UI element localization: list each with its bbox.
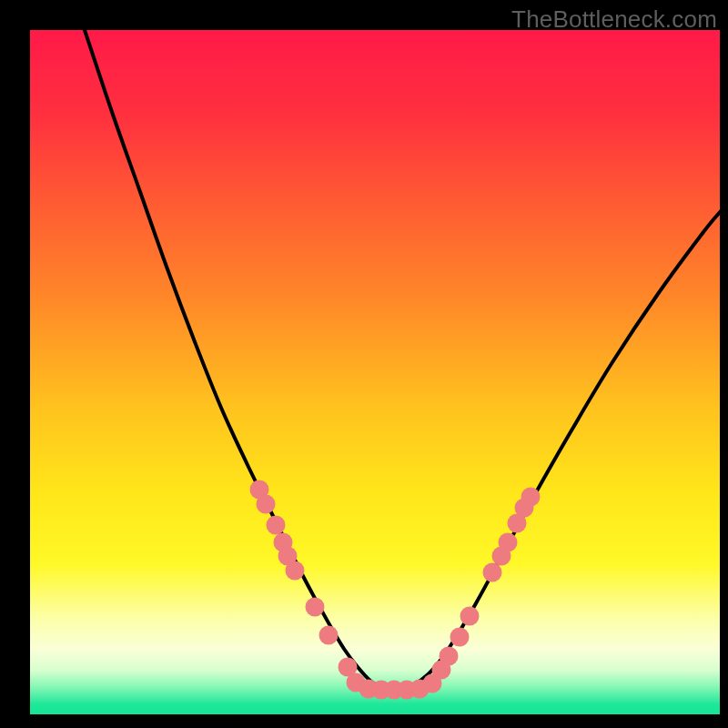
dot-marker (460, 607, 480, 626)
dot-marker (440, 647, 459, 666)
dot-marker (319, 626, 339, 645)
dot-marker (286, 561, 305, 581)
dot-marker (483, 563, 502, 582)
dot-marker (450, 628, 470, 647)
plot-svg (30, 30, 720, 714)
plot-area (30, 30, 720, 714)
dot-marker (267, 516, 286, 535)
dot-marker (499, 533, 518, 552)
chart-frame: TheBottleneck.com (0, 0, 728, 728)
dot-marker (257, 495, 276, 514)
dot-marker (306, 598, 325, 617)
watermark-text: TheBottleneck.com (511, 5, 717, 34)
gradient-background (30, 30, 720, 714)
dot-marker (521, 488, 541, 507)
